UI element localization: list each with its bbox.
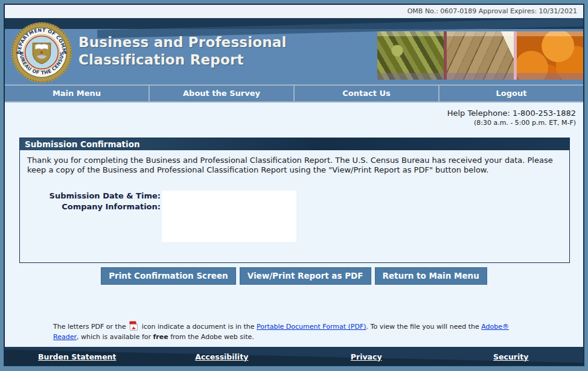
burden-statement-link[interactable]: Burden Statement [38, 352, 117, 361]
help-telephone-line: Help Telephone: 1-800-253-1882 [5, 109, 576, 118]
omb-approval-text: OMB No.: 0607-0189 Approval Expires: 10/… [407, 7, 577, 15]
pdf-note-text: . To view the file you will need the [366, 323, 482, 331]
view-print-report-pdf-button[interactable]: View/Print Report as PDF [240, 267, 371, 285]
seal-star-right: ★ [63, 51, 67, 55]
nav-item-logout[interactable]: Logout [439, 86, 583, 101]
field-labels: Submission Date & Time: Company Informat… [27, 191, 161, 242]
security-link[interactable]: Security [493, 352, 528, 361]
footer-link-cell: Accessibility [150, 350, 295, 362]
nav-item-contact-us[interactable]: Contact Us [295, 86, 439, 101]
company-information-box [162, 191, 296, 242]
help-telephone-number: 1-800-253-1882 [513, 109, 576, 118]
pdf-file-icon [129, 321, 138, 331]
footer-link-cell: Burden Statement [5, 350, 150, 362]
main-navigation: Main Menu About the Survey Contact Us Lo… [5, 84, 583, 103]
footer-links: Burden Statement Accessibility Privacy S… [5, 347, 583, 365]
header-banner: U.S. DEPARTMENT OF COMMERCE BUREAU OF TH… [5, 18, 583, 84]
photo-machine-parts [377, 31, 444, 80]
submission-fields: Submission Date & Time: Company Informat… [27, 191, 562, 242]
page-frame: OMB No.: 0607-0189 Approval Expires: 10/… [4, 4, 584, 366]
app-title-line2: Classification Report [78, 51, 287, 69]
portable-document-format-link[interactable]: Portable Document Format (PDF) [257, 323, 366, 331]
return-to-main-menu-button[interactable]: Return to Main Menu [375, 267, 487, 285]
seal-star-left: ★ [16, 51, 19, 55]
app-title-line1: Business and Professional [78, 34, 287, 51]
submission-datetime-label: Submission Date & Time: [27, 191, 161, 201]
panel-title: Submission Confirmation [20, 138, 569, 150]
pdf-note-free-word: free [153, 333, 168, 341]
photo-cardboard-boxes [447, 31, 514, 80]
help-telephone-hours: (8:30 a.m. - 5:00 p.m. ET, M-F) [5, 118, 576, 128]
submission-confirmation-panel: Submission Confirmation Thank you for co… [19, 138, 570, 263]
census-bureau-seal-icon: U.S. DEPARTMENT OF COMMERCE BUREAU OF TH… [11, 22, 72, 83]
omb-approval-strip: OMB No.: 0607-0189 Approval Expires: 10/… [5, 5, 583, 18]
footer-link-cell: Privacy [294, 350, 439, 362]
panel-body: Thank you for completing the Business an… [20, 150, 569, 262]
photo-oranges [517, 31, 583, 80]
confirmation-message: Thank you for completing the Business an… [27, 156, 562, 175]
nav-item-main-menu[interactable]: Main Menu [5, 86, 150, 101]
pdf-note-text: The letters PDF or the [53, 323, 128, 331]
action-buttons: Print Confirmation Screen View/Print Rep… [5, 267, 583, 285]
header-swoosh [5, 18, 583, 29]
pdf-help-note: The letters PDF or the icon indicate a d… [53, 321, 535, 342]
pdf-note-text: , which is available for [77, 333, 153, 341]
pdf-note-text: from the Adobe web site. [168, 333, 254, 341]
company-information-label: Company Information: [27, 201, 161, 212]
page: OMB No.: 0607-0189 Approval Expires: 10/… [0, 0, 588, 371]
privacy-link[interactable]: Privacy [351, 352, 382, 361]
footer: Burden Statement Accessibility Privacy S… [5, 347, 583, 365]
app-title: Business and Professional Classification… [78, 34, 287, 69]
accessibility-link[interactable]: Accessibility [195, 352, 248, 361]
header-photo-strip [377, 31, 583, 80]
footer-link-cell: Security [439, 350, 584, 362]
pdf-note-text: icon indicate a document is in the [139, 323, 257, 331]
nav-item-about-the-survey[interactable]: About the Survey [150, 86, 295, 101]
main-content: Help Telephone: 1-800-253-1882 (8:30 a.m… [5, 103, 583, 347]
print-confirmation-screen-button[interactable]: Print Confirmation Screen [101, 267, 236, 285]
help-telephone-label: Help Telephone: [447, 109, 513, 118]
help-telephone: Help Telephone: 1-800-253-1882 (8:30 a.m… [5, 103, 583, 128]
